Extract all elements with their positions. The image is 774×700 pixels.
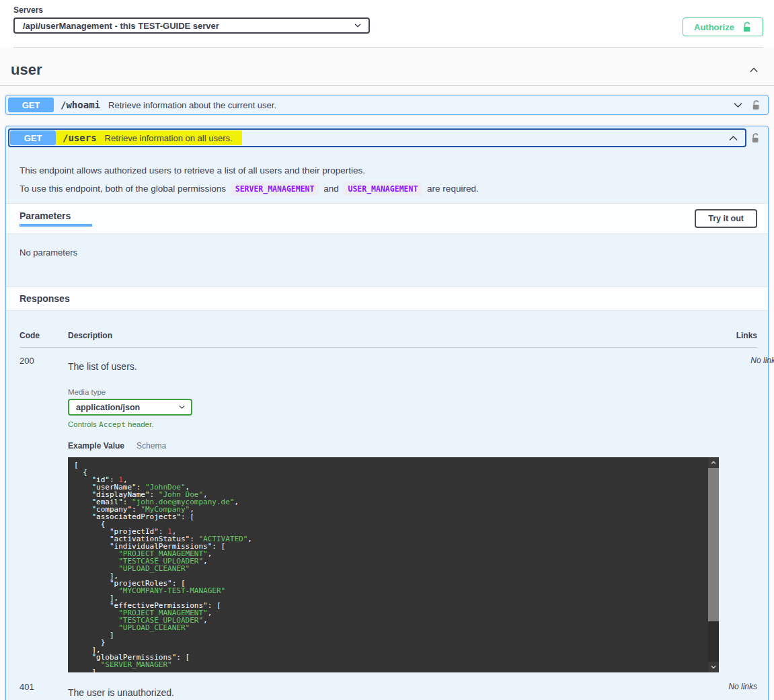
tab-example-value[interactable]: Example Value — [68, 441, 124, 451]
description-line-1: This endpoint allows authorized users to… — [20, 165, 754, 176]
response-links: No links — [719, 356, 774, 672]
opblock-summary-users[interactable]: GET /users Retrieve information on all u… — [8, 128, 746, 147]
opblock-summary-users-row: GET /users Retrieve information on all u… — [6, 126, 768, 149]
response-code: 401 — [20, 682, 68, 698]
media-type-value: application/json — [76, 403, 140, 412]
chevron-up-icon — [748, 65, 759, 75]
example-code-block: [ { "id": 1, "userName": "JohnDoe", "dis… — [68, 457, 719, 672]
controls-text: Controls — [68, 420, 97, 428]
responses-table: Code Description Links 200 The list of u… — [6, 311, 768, 700]
scrollbar-up-arrow[interactable] — [708, 457, 719, 468]
no-parameters-text: No parameters — [6, 234, 768, 286]
response-description: The user is unauthorized. — [68, 682, 697, 698]
scrollbar-down-arrow[interactable] — [708, 662, 719, 672]
column-header-links: Links — [697, 331, 757, 340]
chevron-down-icon — [178, 403, 186, 411]
authorize-button-label: Authorize — [694, 22, 734, 32]
highlighted-endpoint: /users Retrieve information on all users… — [56, 130, 242, 145]
response-row-200: 200 The list of users. Media type applic… — [20, 348, 757, 672]
tab-schema[interactable]: Schema — [137, 441, 166, 451]
media-type-select[interactable]: application/json — [68, 399, 192, 416]
chevron-down-icon — [354, 22, 362, 30]
endpoint-description: This endpoint allows authorized users to… — [6, 149, 768, 203]
responses-table-header: Code Description Links — [20, 323, 757, 348]
responses-header: Responses — [6, 286, 768, 311]
tag-divider — [0, 85, 774, 86]
response-description: The list of users. — [68, 356, 719, 372]
accept-code: Accept — [99, 420, 126, 429]
responses-title: Responses — [20, 293, 70, 304]
opblock-get-whoami: GET /whoami Retrieve information about t… — [5, 95, 769, 115]
example-json: [ { "id": 1, "userName": "JohnDoe", "dis… — [74, 461, 703, 672]
scrollbar-thumb[interactable] — [708, 468, 719, 621]
authorize-button[interactable]: Authorize — [683, 17, 763, 36]
description-text: To use this endpoint, both of the global… — [20, 184, 226, 194]
description-text: are required. — [427, 184, 479, 194]
servers-label: Servers — [13, 5, 763, 15]
endpoint-summary: Retrieve information on all users. — [105, 133, 233, 143]
response-code: 200 — [20, 356, 68, 672]
endpoint-path: /whoami — [61, 100, 100, 110]
description-line-2: To use this endpoint, both of the global… — [20, 184, 754, 194]
controls-accept-header-text: Controls Accept header. — [68, 420, 719, 429]
endpoint-summary: Retrieve information about the current u… — [108, 100, 276, 110]
permission-badge-user-management: USER_MANAGEMENT — [344, 182, 422, 196]
column-header-description: Description — [68, 331, 697, 340]
controls-text: header. — [128, 420, 153, 428]
response-row-401: 401 The user is unauthorized. No links — [20, 672, 757, 698]
code-scrollbar[interactable] — [708, 457, 719, 672]
endpoint-path: /users — [63, 132, 97, 143]
chevron-down-icon — [732, 100, 744, 111]
tab-parameters[interactable]: Parameters — [20, 210, 71, 227]
api-section: user GET /whoami Retrieve information ab… — [0, 48, 774, 700]
swagger-ui-page: Servers /api/userManagement - this TEST-… — [0, 0, 774, 700]
server-select-value: /api/userManagement - this TEST-GUIDE se… — [23, 21, 219, 31]
permission-badge-server-management: SERVER_MANAGEMENT — [231, 182, 319, 196]
method-badge-get: GET — [10, 130, 56, 145]
description-text: and — [323, 184, 339, 194]
response-links: No links — [697, 682, 757, 698]
lock-icon[interactable] — [746, 132, 766, 144]
server-select[interactable]: /api/userManagement - this TEST-GUIDE se… — [13, 17, 370, 34]
chevron-up-icon — [728, 132, 739, 144]
tag-header-user[interactable]: user — [0, 48, 774, 83]
opblock-summary-whoami[interactable]: GET /whoami Retrieve information about t… — [6, 95, 768, 114]
media-type-label: Media type — [68, 388, 719, 396]
opblock-get-users: GET /users Retrieve information on all u… — [5, 126, 769, 700]
method-badge-get: GET — [8, 98, 54, 112]
parameters-header: Parameters Try it out — [6, 203, 768, 234]
servers-bar: Servers /api/userManagement - this TEST-… — [0, 0, 774, 48]
tag-title: user — [11, 61, 42, 79]
unlock-icon — [742, 22, 752, 33]
column-header-code: Code — [20, 331, 68, 340]
try-it-out-button[interactable]: Try it out — [695, 209, 757, 228]
lock-icon[interactable] — [752, 100, 761, 111]
